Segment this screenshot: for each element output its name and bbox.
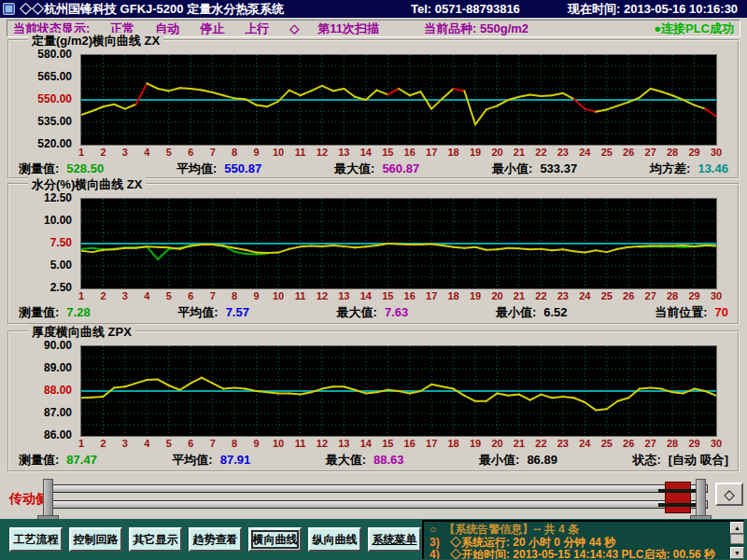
y-tick-565.00: 565.00: [37, 70, 72, 83]
x-tick-29: 29: [688, 147, 699, 158]
stat-label: 最小值:: [479, 453, 519, 467]
x-tick-8: 8: [232, 147, 237, 158]
x-tick-5: 5: [166, 147, 172, 158]
y-axis-thickness: 90.0089.0088.0087.0086.00: [9, 345, 77, 435]
x-tick-1: 1: [78, 438, 84, 449]
x-tick-14: 14: [360, 147, 372, 158]
plot-area-moisture: [80, 198, 717, 289]
alarm-item-text: ◇开始时间: 2013-05-15 14:14:43 PLC启动: 00.56 …: [450, 548, 715, 559]
x-tick-5: 5: [166, 290, 172, 301]
toolbar-button-系统菜单[interactable]: 系统菜单: [368, 527, 421, 552]
x-tick-29: 29: [688, 290, 699, 301]
toolbar-button-label: 控制回路: [74, 532, 119, 548]
bottom-band: 工艺流程控制回路其它显示趋势查看横向曲线纵向曲线系统菜单 ○【系统告警信息】--…: [0, 519, 747, 560]
toolbar-button-横向曲线[interactable]: 横向曲线: [248, 527, 302, 552]
x-tick-12: 12: [317, 438, 328, 449]
status-state-停止: 停止: [200, 21, 224, 37]
stat-value: 7.63: [385, 305, 408, 319]
tel-label: Tel: 0571-88793816: [411, 0, 520, 18]
x-tick-24: 24: [579, 438, 590, 449]
stat-label: 平均值:: [176, 161, 217, 175]
stats-row-moisture: 测量值:7.28平均值:7.57最大值:7.63最小值:6.52当前位置:70: [19, 303, 728, 321]
stats-row-basis-weight: 测量值:528.50平均值:550.87最大值:560.87最小值:533.37…: [19, 160, 728, 177]
stat-label: 最大值:: [337, 305, 377, 319]
rail-post-right: [696, 479, 706, 516]
x-tick-6: 6: [188, 438, 193, 449]
stat-value: 87.91: [220, 453, 251, 467]
product-label: 当前品种: 550g/m2: [424, 21, 529, 37]
stat-状态: 状态:[自动 吸合]: [632, 452, 728, 469]
scroll-down-icon[interactable]: ▼: [730, 547, 744, 559]
x-tick-22: 22: [535, 290, 546, 301]
stat-value: 13.46: [698, 161, 728, 175]
x-tick-17: 17: [426, 438, 437, 449]
toolbar-button-工艺流程[interactable]: 工艺流程: [9, 527, 63, 552]
x-tick-21: 21: [514, 147, 525, 158]
y-tick-89.00: 89.00: [44, 361, 72, 374]
stat-value: 86.89: [527, 453, 557, 467]
status-state-上行: 上行: [245, 21, 269, 37]
x-tick-4: 4: [144, 290, 149, 301]
plot-area-thickness: [80, 345, 717, 437]
stat-测量值: 测量值:87.47: [19, 452, 97, 469]
x-axis-thickness: 1234567891011121314151617181920212223242…: [81, 438, 716, 450]
x-tick-18: 18: [447, 290, 458, 301]
app-title: ◇◇杭州国锋科技 GFKJ-5200 定量水分热泵系统: [20, 0, 284, 18]
stat-value: 6.52: [543, 305, 567, 319]
x-tick-27: 27: [645, 438, 656, 449]
x-tick-20: 20: [491, 147, 502, 158]
x-tick-23: 23: [557, 290, 569, 301]
diamond-button[interactable]: ◇: [715, 483, 743, 506]
x-tick-6: 6: [188, 290, 193, 301]
scanner-carriage: [665, 482, 691, 513]
x-tick-29: 29: [688, 438, 699, 449]
toolbar-button-纵向曲线[interactable]: 纵向曲线: [308, 527, 361, 552]
y-tick-86.00: 86.00: [44, 428, 72, 441]
stat-label: 最大值:: [334, 161, 374, 175]
x-tick-9: 9: [254, 438, 260, 449]
toolbar-button-label: 趋势查看: [193, 532, 238, 548]
title-bar: ◇◇杭州国锋科技 GFKJ-5200 定量水分热泵系统 Tel: 0571-88…: [0, 0, 747, 18]
scanner-rail-top: [49, 484, 708, 493]
toolbar-button-label: 横向曲线: [253, 532, 298, 548]
stat-value: 7.28: [66, 305, 90, 319]
scanner-rail-bottom: [49, 500, 708, 509]
x-axis-moisture: 1234567891011121314151617181920212223242…: [81, 290, 716, 302]
x-tick-11: 11: [295, 438, 306, 449]
chart-panel-moisture: 水分(%)横向曲线 ZX 12.5010.007.505.002.50 1234…: [7, 183, 740, 325]
stat-label: 状态:: [632, 453, 660, 467]
toolbar-button-趋势查看[interactable]: 趋势查看: [189, 527, 242, 552]
plc-status-label: 连接PLC成功: [661, 21, 734, 35]
x-tick-16: 16: [404, 290, 416, 301]
scroll-thumb[interactable]: [730, 534, 744, 544]
x-tick-6: 6: [188, 147, 193, 158]
x-tick-19: 19: [470, 290, 481, 301]
toolbar-button-控制回路[interactable]: 控制回路: [69, 527, 122, 552]
stat-最小值: 最小值:6.52: [496, 304, 568, 321]
scroll-up-icon[interactable]: ▲: [730, 522, 744, 534]
x-tick-13: 13: [338, 290, 349, 301]
alarm-scrollbar[interactable]: ▲ ▼: [730, 522, 744, 559]
x-axis-basis-weight: 1234567891011121314151617181920212223242…: [81, 147, 716, 159]
stat-label: 测量值:: [19, 305, 59, 319]
stat-value: 528.50: [66, 161, 104, 175]
x-tick-24: 24: [579, 290, 590, 301]
chart-panel-basis-weight: 定量(g/m2)横向曲线 ZX 580.00565.00550.00535.00…: [7, 39, 740, 179]
x-tick-25: 25: [601, 147, 613, 158]
toolbar-button-其它显示[interactable]: 其它显示: [129, 527, 182, 552]
x-tick-22: 22: [535, 438, 546, 449]
chart-title-thickness: 厚度横向曲线 ZPX: [28, 324, 135, 341]
x-tick-10: 10: [273, 147, 284, 158]
stat-label: 测量值:: [19, 161, 59, 175]
x-tick-12: 12: [317, 147, 328, 158]
app-window: ◇◇杭州国锋科技 GFKJ-5200 定量水分热泵系统 Tel: 0571-88…: [0, 0, 747, 560]
x-tick-13: 13: [338, 438, 349, 449]
x-tick-1: 1: [78, 290, 84, 301]
x-tick-30: 30: [711, 438, 722, 449]
x-tick-19: 19: [470, 147, 481, 158]
x-tick-16: 16: [404, 438, 416, 449]
x-tick-10: 10: [273, 438, 284, 449]
x-tick-23: 23: [557, 438, 569, 449]
y-tick-90.00: 90.00: [44, 339, 72, 352]
y-tick-2.50: 2.50: [50, 281, 72, 294]
